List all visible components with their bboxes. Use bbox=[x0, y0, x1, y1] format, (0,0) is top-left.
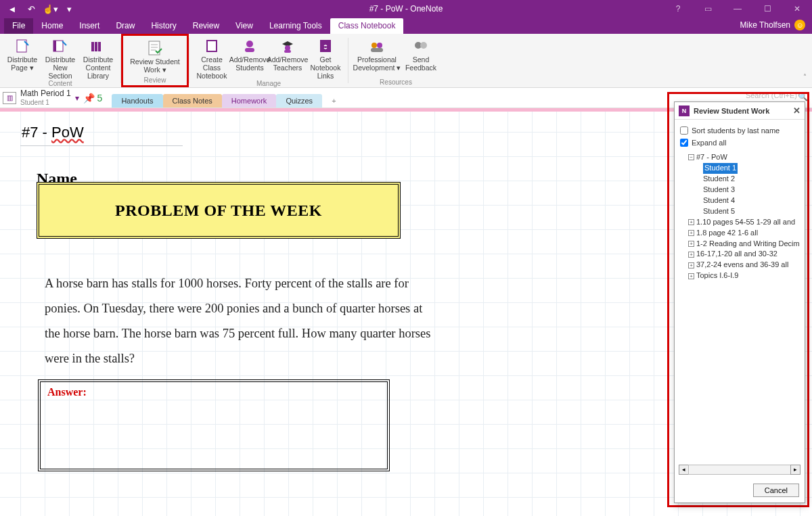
svg-point-15 bbox=[377, 43, 382, 48]
breadcrumb-dropdown-icon[interactable]: ▾ bbox=[75, 93, 79, 103]
ribbon: Distribute Page ▾ Distribute New Section… bbox=[0, 34, 812, 88]
problem-of-the-week-banner: PROBLEM OF THE WEEK bbox=[37, 182, 401, 239]
send-feedback-button[interactable]: Send Feedback bbox=[403, 35, 439, 72]
professional-development-label: Professional Development ▾ bbox=[353, 55, 401, 72]
back-button[interactable]: ◄ bbox=[4, 1, 20, 16]
user-name: Mike Tholfsen bbox=[740, 20, 790, 30]
link-icon bbox=[316, 38, 335, 54]
page-share-icon bbox=[13, 38, 32, 54]
get-notebook-links-button[interactable]: Get Notebook Links bbox=[307, 35, 344, 80]
expand-icon[interactable]: + bbox=[688, 219, 694, 225]
professional-development-button[interactable]: Professional Development ▾ bbox=[353, 35, 401, 72]
distribute-page-button[interactable]: Distribute Page ▾ bbox=[4, 35, 41, 80]
notebook-icon[interactable]: ▥ bbox=[3, 92, 16, 104]
touch-mode-button[interactable]: ☝▾ bbox=[42, 1, 58, 16]
tree-item[interactable]: Topics I.6-I.9 bbox=[696, 271, 738, 281]
teacher-icon bbox=[278, 38, 297, 54]
tree-item[interactable]: 1.8 page 42 1-6 all bbox=[696, 228, 758, 239]
breadcrumb[interactable]: Math Period 1 Student 1 bbox=[20, 89, 71, 105]
create-class-notebook-label: Create Class Notebook bbox=[194, 55, 230, 80]
problem-body-text[interactable]: A horse barn has stalls for 1000 horses.… bbox=[45, 271, 437, 371]
create-class-notebook-button[interactable]: Create Class Notebook bbox=[194, 35, 230, 80]
help-icon[interactable]: ? bbox=[663, 0, 693, 18]
collapse-icon[interactable]: − bbox=[688, 154, 694, 160]
section-tab-handouts[interactable]: Handouts bbox=[112, 94, 162, 108]
review-student-work-pane: N Review Student Work ✕ Sort students by… bbox=[674, 101, 805, 503]
undo-button[interactable]: ↶ bbox=[23, 1, 39, 16]
expand-all-checkbox[interactable]: Expand all bbox=[680, 139, 799, 147]
pinned-count[interactable]: 📌 5 bbox=[83, 93, 103, 103]
svg-rect-10 bbox=[245, 48, 254, 52]
scroll-right-button[interactable]: ▸ bbox=[790, 465, 800, 475]
add-remove-students-button[interactable]: Add/Remove Students bbox=[231, 35, 268, 80]
signed-in-user[interactable]: Mike Tholfsen ☺ bbox=[740, 20, 805, 30]
user-avatar-icon: ☺ bbox=[794, 20, 805, 30]
tree-student-1[interactable]: Student 1 bbox=[703, 163, 738, 174]
collapse-ribbon-icon[interactable]: ˄ bbox=[803, 73, 807, 80]
group-resources-label: Resources bbox=[380, 78, 412, 87]
tab-history[interactable]: History bbox=[143, 18, 184, 34]
close-icon[interactable]: ✕ bbox=[793, 105, 800, 116]
close-button[interactable]: ✕ bbox=[782, 0, 812, 18]
svg-point-14 bbox=[371, 43, 377, 48]
page-title[interactable]: #7 - PoW bbox=[22, 124, 84, 141]
tab-review[interactable]: Review bbox=[185, 18, 227, 34]
horizontal-scrollbar[interactable]: ◂ ▸ bbox=[679, 464, 800, 475]
notebook-icon bbox=[202, 38, 221, 54]
expand-icon[interactable]: + bbox=[688, 230, 694, 236]
review-work-icon bbox=[145, 40, 164, 56]
tab-class-notebook[interactable]: Class Notebook bbox=[330, 18, 404, 34]
svg-rect-12 bbox=[284, 50, 291, 53]
student-icon bbox=[240, 38, 259, 54]
window-title: #7 - PoW - OneNote bbox=[369, 4, 443, 14]
answer-box[interactable]: Answer: bbox=[38, 379, 390, 471]
distribute-section-label: Distribute New Section bbox=[42, 55, 78, 80]
expand-icon[interactable]: + bbox=[688, 241, 694, 247]
section-tab-class-notes[interactable]: Class Notes bbox=[163, 94, 222, 108]
tree-root[interactable]: #7 - PoW bbox=[696, 152, 727, 163]
cancel-button[interactable]: Cancel bbox=[753, 484, 799, 497]
qat-customize[interactable]: ▾ bbox=[61, 1, 77, 16]
svg-rect-13 bbox=[320, 40, 331, 52]
tab-home[interactable]: Home bbox=[33, 18, 71, 34]
tab-file[interactable]: File bbox=[4, 18, 33, 34]
tab-insert[interactable]: Insert bbox=[71, 18, 108, 34]
distribute-content-library-button[interactable]: Distribute Content Library bbox=[80, 35, 116, 80]
student-work-tree[interactable]: −#7 - PoW Student 1 Student 2 Student 3 … bbox=[675, 149, 805, 461]
svg-rect-3 bbox=[91, 42, 94, 51]
tree-item[interactable]: 1-2 Reading and Writing Decim bbox=[696, 239, 800, 250]
tab-view[interactable]: View bbox=[227, 18, 261, 34]
scroll-left-button[interactable]: ◂ bbox=[679, 465, 689, 475]
svg-rect-16 bbox=[371, 48, 383, 52]
tab-draw[interactable]: Draw bbox=[108, 18, 143, 34]
tree-item[interactable]: 16-17,1-20 all and 30-32 bbox=[696, 249, 777, 260]
section-tab-add[interactable]: + bbox=[322, 94, 345, 108]
section-tab-homework[interactable]: Homework bbox=[222, 94, 277, 108]
tree-student-5[interactable]: Student 5 bbox=[679, 206, 802, 217]
answer-label: Answer: bbox=[47, 386, 87, 398]
tree-item[interactable]: 37,2-24 evens and 36-39 all bbox=[696, 260, 788, 271]
tree-student-2[interactable]: Student 2 bbox=[679, 174, 802, 185]
scroll-track[interactable] bbox=[688, 465, 791, 475]
distribute-new-section-button[interactable]: Distribute New Section bbox=[42, 35, 78, 80]
tree-item[interactable]: 1.10 pages 54-55 1-29 all and bbox=[696, 217, 795, 228]
prof-dev-icon bbox=[367, 38, 386, 54]
tree-student-3[interactable]: Student 3 bbox=[679, 185, 802, 195]
title-underline bbox=[20, 145, 183, 146]
expand-icon[interactable]: + bbox=[688, 262, 694, 268]
feedback-icon bbox=[411, 38, 430, 54]
tab-learning-tools[interactable]: Learning Tools bbox=[261, 18, 330, 34]
sort-students-checkbox[interactable]: Sort students by last name bbox=[680, 126, 799, 135]
tree-student-4[interactable]: Student 4 bbox=[679, 195, 802, 206]
add-remove-teachers-label: Add/Remove Teachers bbox=[267, 55, 309, 72]
add-remove-students-label: Add/Remove Students bbox=[229, 55, 271, 72]
review-student-work-button[interactable]: Review Student Work ▾ bbox=[127, 37, 183, 74]
expand-icon[interactable]: + bbox=[688, 252, 694, 258]
minimize-button[interactable]: — bbox=[723, 0, 752, 18]
expand-icon[interactable]: + bbox=[688, 273, 694, 279]
add-remove-teachers-button[interactable]: Add/Remove Teachers bbox=[269, 35, 306, 80]
ribbon-options-icon[interactable]: ▭ bbox=[693, 0, 723, 18]
section-tab-quizzes[interactable]: Quizzes bbox=[276, 94, 322, 108]
pow-heading-text: PROBLEM OF THE WEEK bbox=[115, 202, 322, 220]
maximize-button[interactable]: ☐ bbox=[752, 0, 782, 18]
